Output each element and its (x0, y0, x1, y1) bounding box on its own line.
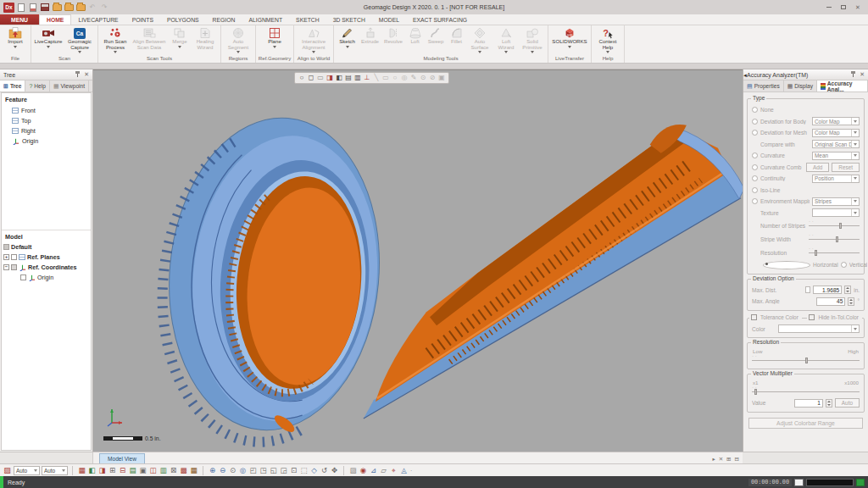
view-plane-icon[interactable]: ▭ (316, 74, 325, 83)
context-help-button[interactable]: ? Context Help (593, 26, 622, 54)
tree-item-front[interactable]: Front (2, 105, 91, 115)
tab-viewpoint[interactable]: ▦Viewpoint (50, 80, 89, 92)
measure-radius-icon[interactable]: ▱ (379, 466, 388, 475)
add-button[interactable]: Add (806, 163, 829, 172)
plane-button[interactable]: Plane (258, 26, 292, 54)
tree-item-origin[interactable]: Origin (2, 136, 91, 146)
visibility-checkbox[interactable] (20, 274, 26, 280)
maximize-button[interactable] (837, 2, 850, 13)
visibility-checkbox[interactable] (11, 254, 17, 260)
select-ellipse-icon[interactable]: ◎ (400, 74, 409, 83)
radio-icon[interactable] (752, 152, 758, 158)
menu-button[interactable]: MENU (0, 14, 39, 25)
option-iso-line[interactable]: Iso-Line (751, 185, 860, 197)
checkbox-icon[interactable] (751, 314, 757, 320)
tolerance-color-checkbox-label[interactable]: Tolerance Color (749, 314, 802, 320)
sew-boundaries-icon[interactable]: ▤ (128, 466, 137, 475)
measure-distance-icon[interactable]: ◉ (359, 466, 368, 475)
max-dist-lock[interactable] (805, 286, 810, 293)
compare-with-select[interactable]: Original Scan D (812, 140, 860, 148)
sketch-button[interactable]: Sketch (336, 26, 359, 54)
save-file-icon[interactable] (40, 3, 50, 12)
loft-button[interactable]: Loft (405, 26, 425, 54)
tab-help[interactable]: ?Help (25, 80, 49, 92)
deviation-mesh-select[interactable]: Color Map (812, 129, 860, 137)
model-viewport[interactable]: ○◻▭◨◧▤▥⊥╲▭○◎✎⊙⊘▣ 0.5 in. (93, 69, 743, 452)
view-orientation-icon[interactable]: ○ (298, 74, 306, 83)
auto-button[interactable]: Auto (835, 398, 860, 408)
select-rectangle-icon[interactable]: ▭ (381, 74, 390, 83)
close-view-icon[interactable]: ✕ (719, 456, 723, 463)
split-mesh-icon[interactable]: ⊠ (169, 466, 178, 475)
tab-display[interactable]: ▦Display (784, 80, 817, 92)
auto-segment-button[interactable]: Auto Segment (223, 26, 253, 54)
zoom-window-icon[interactable]: ◎ (238, 466, 248, 475)
view-left-icon[interactable]: ◱ (269, 466, 278, 475)
zoom-fit-icon[interactable]: ⊙ (228, 466, 237, 475)
trim-mesh-icon[interactable]: ▣ (138, 466, 147, 475)
radio-icon[interactable] (752, 164, 758, 170)
mesh-display-mode-icon[interactable]: ◨ (326, 74, 334, 83)
select-spray-icon[interactable]: ⊘ (428, 74, 437, 83)
clip-align-icon[interactable]: ⊥ (363, 74, 371, 83)
smooth-icon[interactable]: ◨ (97, 466, 107, 475)
selection-filter-icon[interactable]: ▨ (3, 466, 12, 475)
radio-icon[interactable] (752, 198, 758, 204)
view-isometric-icon[interactable]: ◇ (309, 466, 319, 475)
new-window-icon[interactable]: ⊞ (726, 456, 731, 463)
option-deviation-mesh[interactable]: Deviation for MeshColor Map (751, 127, 860, 139)
view-top-icon[interactable]: ⊡ (289, 466, 298, 475)
offset-mesh-icon[interactable]: ◫ (148, 466, 158, 475)
max-dist-input[interactable]: 1.9685 (813, 286, 842, 294)
option-none[interactable]: None (751, 104, 860, 116)
option-continuity[interactable]: ContinuityPosition (751, 173, 860, 185)
rewrap-icon[interactable]: ⊟ (118, 466, 127, 475)
resolution-range-slider[interactable] (752, 357, 860, 364)
open-file-icon[interactable] (28, 3, 38, 12)
new-file-icon[interactable] (16, 3, 26, 12)
interactive-alignment-button[interactable]: Interactive Alignment (296, 26, 331, 54)
vector-multiplier-slider[interactable] (752, 388, 860, 396)
tab-region[interactable]: REGION (206, 14, 242, 25)
pin-icon[interactable] (75, 71, 81, 78)
tab-accuracy-analyzer[interactable]: Accuracy Anal... (817, 80, 868, 92)
tab-livecapture[interactable]: LIVECAPTURE (71, 14, 125, 25)
merge-button[interactable]: Merge (168, 26, 192, 54)
tire-scan-model[interactable] (93, 70, 743, 452)
select-line-icon[interactable]: ╲ (372, 74, 381, 83)
tree-item-top[interactable]: Top (2, 115, 91, 125)
tab-exact-surfacing[interactable]: EXACT SURFACING (406, 14, 474, 25)
import-button[interactable]: Import (2, 26, 29, 54)
view-back-icon[interactable]: ◳ (259, 466, 268, 475)
select-paint-icon[interactable]: ⊙ (419, 74, 427, 83)
tab-model[interactable]: MODEL (372, 14, 406, 25)
curvature-select[interactable]: Mean (812, 152, 860, 160)
geomagic-capture-button[interactable]: Ca Geomagic Capture (64, 26, 96, 54)
max-angle-spinner[interactable] (848, 297, 854, 306)
stripe-width-slider[interactable] (809, 236, 860, 243)
zoom-in-icon[interactable]: ⊕ (208, 466, 217, 475)
option-curvature-comb[interactable]: Curvature CombAddReset (751, 162, 860, 174)
view-bottom-icon[interactable]: ⬚ (299, 466, 309, 475)
radio-icon[interactable] (752, 175, 758, 181)
clip-plane-icon[interactable]: ◧ (335, 74, 343, 83)
adjust-colorbar-range-button[interactable]: Adjust Colorbar Range (748, 418, 863, 429)
livecapture-button[interactable]: LiveCapture (33, 26, 64, 54)
tab-polygons[interactable]: POLYGONS (160, 14, 206, 25)
close-panel-icon[interactable]: ✕ (860, 71, 865, 78)
combine-mesh-icon[interactable]: ▩ (179, 466, 188, 475)
split-window-icon[interactable]: ⊟ (735, 456, 739, 463)
close-button[interactable]: ✕ (851, 2, 865, 13)
pan-view-icon[interactable]: ✥ (330, 466, 339, 475)
radio-icon[interactable] (752, 119, 758, 125)
radio-icon[interactable] (752, 130, 758, 136)
optimize-mesh-icon[interactable]: ⊞ (108, 466, 117, 475)
vertical-radio[interactable] (841, 262, 847, 268)
edit-boundary-icon[interactable]: ▦ (189, 466, 198, 475)
reset-button[interactable]: Reset (832, 163, 860, 172)
tab-properties[interactable]: ▤Properties (743, 80, 784, 92)
model-item-origin[interactable]: Origin (2, 273, 91, 283)
selection-mode-combo[interactable]: Auto (14, 466, 40, 475)
radio-icon[interactable] (752, 107, 758, 113)
collapse-icon[interactable] (3, 264, 9, 270)
